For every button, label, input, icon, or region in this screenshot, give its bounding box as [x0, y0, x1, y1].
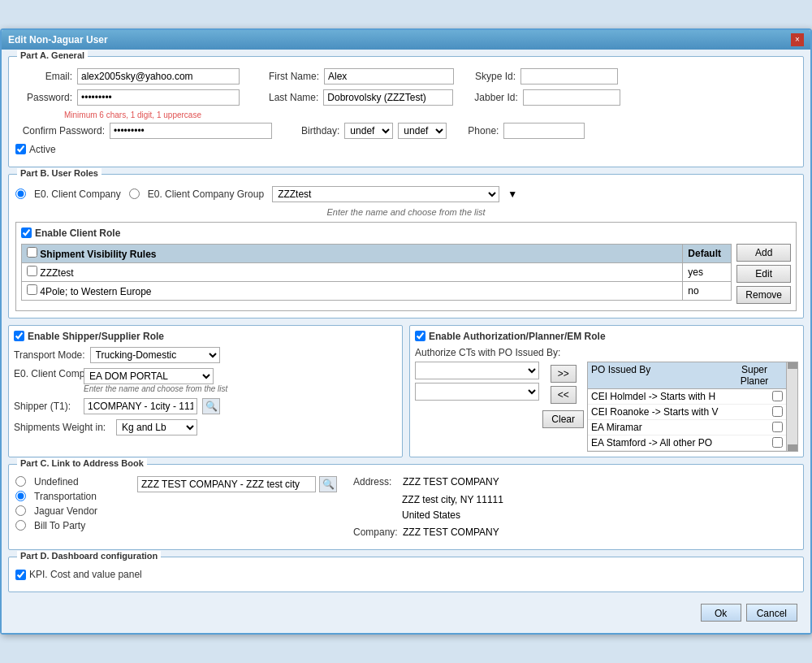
forward-button[interactable]: >> — [551, 365, 577, 383]
email-label: Email: — [15, 71, 72, 82]
edit-rule-button[interactable]: Edit — [736, 265, 791, 283]
part-b-section: Part B. User Roles E0. Client Company E0… — [8, 174, 804, 318]
confirm-input[interactable] — [110, 123, 272, 139]
po-row-2: CEI Roanoke -> Starts with V — [588, 405, 786, 420]
po-list-scrollbar[interactable] — [786, 362, 797, 451]
skype-label: Skype Id: — [475, 71, 516, 82]
radio-undefined-label: Undefined — [34, 476, 79, 488]
birthday-month-select[interactable]: undef — [344, 123, 393, 139]
radio-client-company-group[interactable] — [129, 188, 140, 199]
ok-button[interactable]: Ok — [701, 604, 741, 622]
e0-client-select[interactable]: EA DOM PORTAL — [84, 368, 214, 384]
shipper-search-button[interactable]: 🔍 — [202, 398, 220, 414]
address-line1: ZZZ TEST COMPANY — [403, 476, 499, 488]
weight-label: Shipments Weight in: — [14, 422, 111, 433]
part-a-title: Part A. General — [17, 50, 88, 60]
rule-row-1: ZZZtest yes — [22, 262, 732, 281]
enable-shipper-checkbox[interactable] — [14, 331, 24, 341]
footer: Ok Cancel — [8, 599, 804, 626]
po-header-name: PO Issued By — [591, 364, 726, 387]
password-input[interactable] — [77, 89, 240, 106]
company-hint: Enter the name and choose from the list — [15, 207, 797, 217]
authorize-label: Authorize CTs with PO Issued By: — [415, 347, 560, 358]
remove-rule-button[interactable]: Remove — [736, 286, 791, 304]
radio-jaguar-vendor-label: Jaguar Vendor — [34, 505, 97, 517]
e0-hint: Enter the name and choose from the list — [84, 384, 227, 393]
active-label: Active — [29, 144, 56, 155]
add-rule-button[interactable]: Add — [736, 244, 791, 262]
part-c-section: Part C. Link to Address Book Undefined T… — [8, 464, 804, 550]
visibility-rules-table: Shipment Visibility Rules Default ZZZtes… — [21, 244, 732, 301]
part-b-title: Part B. User Roles — [17, 168, 102, 178]
enable-client-checkbox[interactable] — [21, 228, 32, 238]
address-line2: ZZZ test city, NY 11111 — [402, 492, 503, 508]
company-select[interactable]: ZZZtest — [272, 186, 499, 202]
part-b2-section: Enable Shipper/Supplier Role Transport M… — [8, 325, 804, 457]
clear-button[interactable]: Clear — [542, 410, 584, 428]
address-search-button[interactable]: 🔍 — [319, 476, 337, 492]
po-row-3-checkbox[interactable] — [772, 422, 783, 432]
po-row-2-checkbox[interactable] — [772, 406, 783, 417]
transport-label: Transport Mode: — [14, 349, 85, 361]
first-name-label: First Name: — [269, 71, 319, 82]
rules-select-all[interactable] — [27, 247, 37, 258]
address-book-input[interactable] — [137, 476, 316, 492]
radio-client-company-label: E0. Client Company — [34, 188, 121, 200]
rule-1-checkbox[interactable] — [27, 266, 37, 276]
part-a-section: Part A. General Email: First Name: Skype… — [8, 56, 804, 167]
po-row-1: CEI Holmdel -> Starts with H — [588, 389, 786, 405]
authorize-target-select[interactable] — [415, 383, 539, 401]
part-d-section: Part D. Dashboard configuration KPI. Cos… — [8, 557, 804, 592]
enable-shipper-label: Enable Shipper/Supplier Role — [28, 331, 164, 342]
skype-input[interactable] — [520, 68, 618, 84]
birthday-label: Birthday: — [301, 125, 339, 136]
last-name-input[interactable] — [323, 89, 453, 106]
e0-client-label: E0. Client Company: — [14, 368, 79, 379]
radio-bill-to-party-label: Bill To Party — [34, 520, 85, 531]
company-name-label: Company: — [353, 526, 398, 538]
password-hint: Minimum 6 chars, 1 digit, 1 uppercase — [64, 110, 797, 119]
radio-bill-to-party[interactable] — [15, 520, 26, 531]
address-line3: United States — [402, 508, 503, 523]
part-d-title: Part D. Dashboard configuration — [17, 551, 161, 561]
radio-transportation-label: Transportation — [34, 491, 97, 502]
po-row-4-checkbox[interactable] — [772, 437, 783, 448]
po-row-4: EA Stamford -> All other PO — [588, 436, 786, 451]
address-label: Address: — [353, 476, 398, 488]
phone-label: Phone: — [468, 125, 499, 136]
edit-user-dialog: Edit Non-Jaguar User × Part A. General E… — [0, 28, 812, 635]
last-name-label: Last Name: — [269, 92, 318, 103]
password-label: Password: — [15, 92, 72, 103]
rule-row-2: 4Pole; to Western Europe no — [22, 281, 732, 300]
radio-jaguar-vendor[interactable] — [15, 505, 26, 516]
kpi-checkbox[interactable] — [15, 570, 26, 580]
email-input[interactable] — [77, 68, 240, 84]
shipper-label: Shipper (T1): — [14, 401, 79, 412]
dialog-title: Edit Non-Jaguar User — [8, 34, 108, 46]
close-button[interactable]: × — [791, 33, 804, 46]
enable-auth-label: Enable Authorization/Planner/EM Role — [429, 331, 606, 342]
radio-client-company-group-label: E0. Client Company Group — [148, 188, 264, 200]
rule-2-checkbox[interactable] — [27, 284, 37, 295]
transport-select[interactable]: Trucking-Domestic — [90, 347, 220, 363]
radio-client-company[interactable] — [15, 188, 26, 199]
phone-input[interactable] — [503, 123, 585, 139]
jabber-input[interactable] — [523, 89, 620, 106]
enable-client-label: Enable Client Role — [35, 228, 120, 239]
po-row-1-checkbox[interactable] — [772, 391, 783, 401]
first-name-input[interactable] — [324, 68, 454, 84]
enable-auth-checkbox[interactable] — [415, 331, 425, 341]
po-header-super: Super Planer — [726, 364, 783, 387]
shipper-input[interactable] — [84, 398, 197, 414]
birthday-year-select[interactable]: undef — [398, 123, 447, 139]
part-c-title: Part C. Link to Address Book — [17, 458, 147, 468]
confirm-label: Confirm Password: — [15, 125, 105, 136]
active-checkbox[interactable] — [15, 144, 26, 154]
cancel-button[interactable]: Cancel — [746, 604, 797, 622]
weight-select[interactable]: Kg and Lb — [116, 419, 197, 436]
back-button[interactable]: << — [551, 386, 577, 404]
authorize-source-select[interactable] — [415, 362, 539, 379]
dropdown-arrow: ▼ — [508, 188, 517, 200]
radio-transportation[interactable] — [15, 491, 26, 501]
radio-undefined[interactable] — [15, 476, 26, 487]
